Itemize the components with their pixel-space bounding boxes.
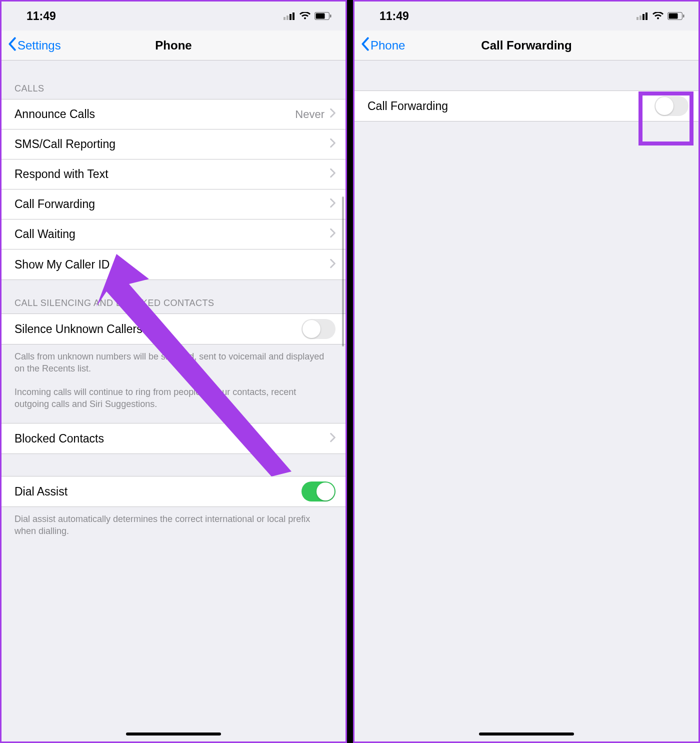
- status-bar: 11:49: [354, 2, 698, 30]
- home-indicator[interactable]: [479, 732, 574, 736]
- toggle-silence-unknown[interactable]: [302, 319, 336, 339]
- svg-rect-0: [284, 17, 286, 20]
- scroll-indicator[interactable]: [342, 196, 344, 346]
- row-call-forwarding[interactable]: Call Forwarding: [2, 190, 346, 220]
- row-call-forwarding-toggle[interactable]: Call Forwarding: [354, 91, 698, 121]
- cellular-signal-icon: [284, 10, 296, 23]
- row-label: Respond with Text: [14, 168, 330, 181]
- home-indicator[interactable]: [126, 732, 221, 736]
- back-button[interactable]: Phone: [354, 37, 405, 54]
- row-label: Call Forwarding: [368, 100, 654, 113]
- toggle-call-forwarding[interactable]: [654, 96, 688, 116]
- row-label: Silence Unknown Callers: [14, 322, 302, 336]
- back-button[interactable]: Settings: [2, 37, 61, 54]
- chevron-right-icon: [330, 198, 336, 211]
- svg-rect-6: [330, 14, 332, 18]
- back-label: Settings: [18, 38, 61, 52]
- silence-footer-1: Calls from unknown numbers will be silen…: [2, 344, 346, 377]
- row-label: Call Forwarding: [14, 198, 330, 211]
- svg-rect-9: [640, 16, 642, 20]
- page-title: Call Forwarding: [481, 38, 572, 52]
- svg-rect-2: [290, 14, 292, 20]
- row-value: Never: [295, 108, 324, 121]
- silence-footer-2: Incoming calls will continue to ring fro…: [2, 377, 346, 424]
- svg-rect-8: [636, 17, 638, 20]
- section-header-silencing: CALL SILENCING AND BLOCKED CONTACTS: [2, 280, 346, 314]
- status-time: 11:49: [368, 10, 409, 23]
- status-bar: 11:49: [2, 2, 346, 30]
- wifi-icon: [300, 10, 310, 23]
- chevron-right-icon: [330, 228, 336, 241]
- svg-rect-14: [683, 14, 684, 18]
- wifi-icon: [652, 10, 664, 23]
- status-icons: [636, 10, 684, 23]
- row-label: Blocked Contacts: [14, 432, 330, 446]
- chevron-left-icon: [8, 37, 18, 54]
- nav-bar: Settings Phone: [2, 30, 346, 60]
- chevron-left-icon: [360, 37, 370, 54]
- battery-icon: [668, 10, 684, 23]
- svg-rect-11: [646, 12, 648, 20]
- calls-group: Announce Calls Never SMS/Call Reporting …: [2, 99, 346, 280]
- row-blocked-contacts[interactable]: Blocked Contacts: [2, 424, 346, 454]
- chevron-right-icon: [330, 258, 336, 272]
- call-forwarding-screen: 11:49 Phone Call Forwarding Call Forward…: [353, 0, 700, 743]
- svg-rect-3: [292, 12, 294, 20]
- row-label: Show My Caller ID: [14, 258, 330, 272]
- cellular-signal-icon: [636, 10, 648, 23]
- row-show-caller-id[interactable]: Show My Caller ID: [2, 250, 346, 280]
- chevron-right-icon: [330, 138, 336, 151]
- call-forwarding-group: Call Forwarding: [354, 90, 698, 122]
- svg-rect-10: [642, 14, 644, 20]
- section-header-calls: CALLS: [2, 60, 346, 99]
- row-label: Announce Calls: [14, 108, 295, 121]
- status-icons: [284, 10, 332, 23]
- svg-rect-1: [286, 16, 288, 20]
- chevron-right-icon: [330, 108, 336, 121]
- row-call-waiting[interactable]: Call Waiting: [2, 220, 346, 250]
- row-announce-calls[interactable]: Announce Calls Never: [2, 100, 346, 130]
- toggle-dial-assist[interactable]: [302, 482, 336, 502]
- dial-assist-footer: Dial assist automatically determines the…: [2, 507, 346, 540]
- back-label: Phone: [370, 38, 405, 52]
- nav-bar: Phone Call Forwarding: [354, 30, 698, 60]
- row-respond-with-text[interactable]: Respond with Text: [2, 160, 346, 190]
- svg-rect-13: [669, 13, 678, 18]
- row-dial-assist[interactable]: Dial Assist: [2, 476, 346, 506]
- row-sms-call-reporting[interactable]: SMS/Call Reporting: [2, 130, 346, 160]
- phone-settings-screen: 11:49 Settings Phone CALLS Announce Call: [0, 0, 347, 743]
- svg-rect-5: [316, 13, 325, 18]
- status-time: 11:49: [16, 10, 56, 23]
- blocked-group: Blocked Contacts: [2, 423, 346, 454]
- dial-assist-group: Dial Assist: [2, 476, 346, 507]
- chevron-right-icon: [330, 168, 336, 181]
- row-label: SMS/Call Reporting: [14, 138, 330, 151]
- battery-icon: [314, 10, 332, 23]
- chevron-right-icon: [330, 432, 336, 446]
- silencing-group: Silence Unknown Callers: [2, 314, 346, 344]
- page-title: Phone: [155, 38, 192, 52]
- row-silence-unknown[interactable]: Silence Unknown Callers: [2, 314, 346, 344]
- row-label: Dial Assist: [14, 485, 302, 498]
- row-label: Call Waiting: [14, 228, 330, 241]
